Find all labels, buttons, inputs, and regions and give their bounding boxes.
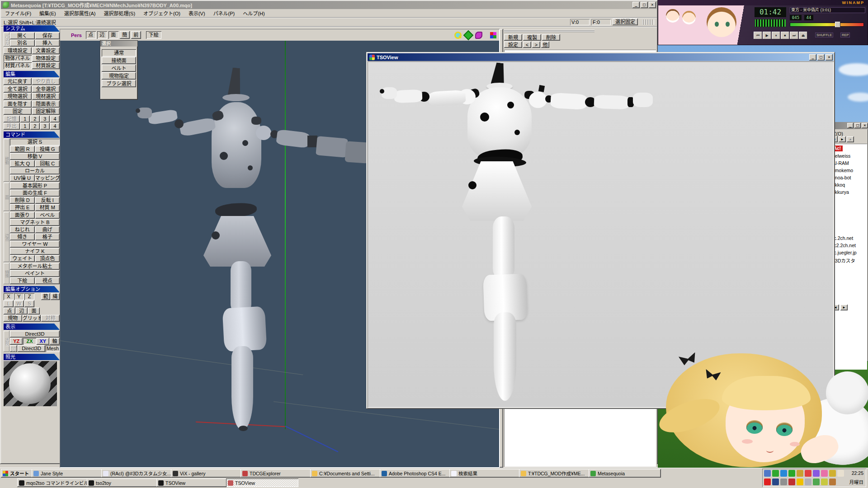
sidebar-button[interactable]: 開く	[10, 33, 35, 39]
sidebar-button[interactable]: YZ	[10, 338, 23, 345]
volume-handle[interactable]	[835, 22, 840, 28]
shuffle-button[interactable]: SHUFFLE	[815, 33, 833, 38]
tray-icon[interactable]	[837, 470, 844, 477]
view-toggle[interactable]: 面	[108, 31, 118, 39]
tray-icon[interactable]	[813, 470, 820, 477]
view-toggle[interactable]: 下絵	[146, 31, 161, 39]
taskbar-button[interactable]: 検索結果	[449, 469, 522, 478]
taskbar-button[interactable]: tso2toy	[87, 479, 159, 487]
tray-icon[interactable]	[797, 479, 803, 485]
sidebar-button[interactable]: 別名	[10, 40, 35, 47]
sidebar-button[interactable]: 格子	[35, 234, 60, 240]
sidebar-button[interactable]: ZX	[23, 338, 36, 345]
sidebar-button[interactable]: 面の生成 F	[10, 190, 60, 197]
sidebar-button[interactable]: 押出 E	[10, 204, 35, 211]
select-mode-button[interactable]: 通常	[102, 49, 136, 56]
taskbar-button[interactable]: (RAcI) @#3Dカスタム少女...	[101, 469, 174, 478]
sidebar-button[interactable]: 回転 C	[35, 160, 60, 167]
sidebar-button[interactable]: 辺	[16, 308, 28, 314]
object-button[interactable]: 複製	[523, 34, 541, 41]
object-button[interactable]: 新規	[504, 34, 522, 41]
taskbar-button[interactable]: TSOView	[226, 479, 298, 487]
sidebar-button[interactable]: 面	[28, 308, 40, 314]
transport-button[interactable]: ⏸	[772, 32, 780, 39]
sidebar-button[interactable]: ワイヤー W	[10, 241, 60, 248]
sidebar-button[interactable]: 視点	[35, 277, 60, 284]
tray-icon[interactable]	[813, 479, 820, 485]
select-panel-titlebar[interactable]: 選択	[100, 41, 137, 47]
sidebar-button[interactable]: 面を隠す	[4, 101, 32, 108]
tsoview-maximize-button[interactable]: □	[817, 54, 825, 61]
sidebar-button[interactable]: Mesh	[46, 345, 60, 352]
board-list-item[interactable]: rc2.2ch.net	[830, 242, 867, 249]
sidebar-button[interactable]: 現物	[4, 315, 22, 322]
object-button[interactable]: >	[532, 42, 540, 48]
sidebar-button[interactable]: X	[4, 293, 14, 300]
board-list-item[interactable]: enoa-bot	[830, 174, 867, 181]
material-color-grid-icon[interactable]	[490, 32, 496, 38]
menu-item[interactable]: 選択部属性(A)	[60, 9, 100, 18]
tray-icon[interactable]	[829, 470, 836, 477]
tray-icon[interactable]	[764, 470, 771, 477]
tray-icon[interactable]	[821, 479, 828, 485]
tray-icon[interactable]	[805, 470, 811, 477]
taskbar-button[interactable]: TDCGExplorer	[241, 469, 313, 478]
sidebar-button[interactable]: ベベル	[35, 212, 60, 219]
transport-button[interactable]: ⏏	[799, 32, 807, 39]
tray-icon[interactable]	[821, 470, 828, 477]
metasequoia-titlebar[interactable]: Metasequoia [T:¥TDCG_MOD作成¥MECH¥NMechJun…	[1, 1, 657, 9]
view-mode-label[interactable]: Pers	[71, 33, 82, 38]
sidebar-button[interactable]: 4	[50, 116, 60, 122]
taskbar-button[interactable]: Jane Style	[32, 469, 104, 478]
taskbar-button[interactable]: TSOView	[156, 479, 229, 487]
sidebar-button[interactable]: 点	[4, 308, 15, 314]
view-toggle[interactable]: 辺	[97, 31, 107, 39]
sidebar-button[interactable]: 挿入	[35, 40, 60, 47]
sidebar-button[interactable]: Direct3D	[18, 345, 45, 352]
sidebar-button[interactable]: マッピング	[35, 175, 60, 182]
sidebar-button[interactable]: UV操 U	[10, 175, 35, 182]
object-button[interactable]: <	[523, 42, 531, 48]
sidebar-button[interactable]: 環境設定	[4, 47, 32, 54]
sidebar-button[interactable]: 文書設定	[32, 47, 60, 54]
winamp-volume-slider[interactable]	[790, 23, 864, 27]
sidebar-button[interactable]: 1	[20, 123, 30, 130]
select-mode-button[interactable]: ブラシ選択	[102, 80, 136, 87]
close-button[interactable]: ✕	[649, 2, 656, 8]
sidebar-button[interactable]: 物体設定	[32, 55, 60, 62]
select-mode-button[interactable]: 現物指定	[102, 72, 136, 80]
tray-clock[interactable]: 22:25	[852, 470, 863, 476]
sidebar-button[interactable]: 現材選択	[32, 93, 60, 100]
select-mode-button[interactable]: ベルト	[102, 65, 136, 72]
board-list-item[interactable]: emokemo	[830, 167, 867, 174]
toolbar-grip[interactable]	[642, 19, 654, 25]
sidebar-button[interactable]: ペイント	[10, 270, 60, 277]
menu-item[interactable]: ヘルプ(H)	[239, 9, 269, 18]
forward-button[interactable]: ►	[839, 136, 846, 142]
tray-icon[interactable]	[797, 470, 803, 477]
sidebar-button[interactable]: 下絵	[10, 277, 35, 284]
transport-button[interactable]: ▶	[763, 32, 771, 39]
menu-item[interactable]: パネル(P)	[209, 9, 239, 18]
sidebar-button[interactable]: 曲げ	[35, 226, 60, 233]
pan-tool-icon[interactable]	[463, 30, 474, 40]
object-panel-grip[interactable]	[504, 30, 594, 33]
sidebar-button[interactable]: 固定解除	[32, 108, 60, 115]
sidebar-button[interactable]: Z	[24, 293, 34, 300]
board-list-item[interactable]: AI-RAM	[830, 160, 867, 167]
select-mode-button[interactable]: 接続面	[102, 57, 136, 64]
sidebar-button[interactable]: グリッド	[23, 315, 41, 322]
transport-button[interactable]: ⏹	[781, 32, 789, 39]
minimize-button[interactable]: _	[632, 2, 640, 8]
tsoview-minimize-button[interactable]: _	[809, 54, 816, 61]
sidebar-button[interactable]: 物体パネル	[4, 55, 32, 62]
sidebar-button[interactable]: 基本図形 P	[10, 183, 60, 189]
rotate-tool-icon[interactable]	[475, 32, 482, 39]
sidebar-button[interactable]: 材質 M	[35, 204, 60, 211]
sidebar-button[interactable]: 面張り	[10, 212, 35, 219]
sidebar-button[interactable]: 全非選択	[32, 86, 60, 93]
tray-icon[interactable]	[788, 479, 795, 485]
view-toggle[interactable]: 点	[86, 31, 96, 39]
jane-close-button[interactable]: ✕	[862, 123, 868, 128]
tray-day[interactable]: 月曜日	[849, 479, 864, 485]
